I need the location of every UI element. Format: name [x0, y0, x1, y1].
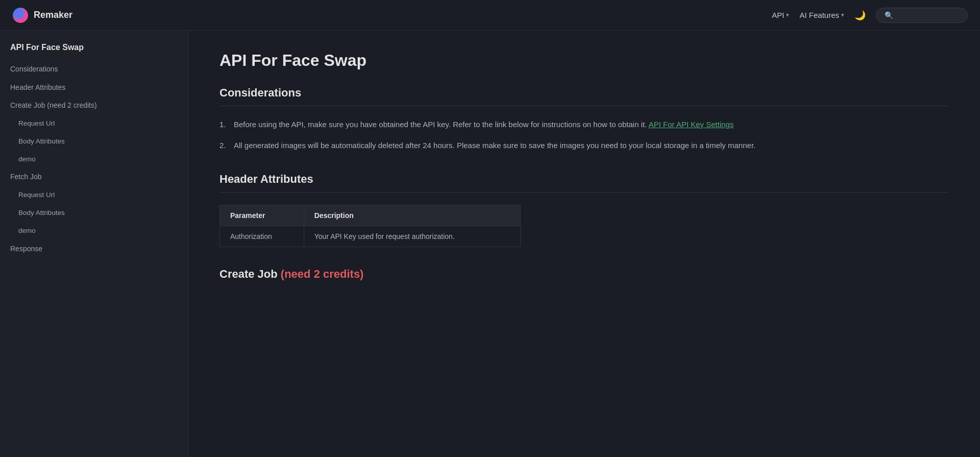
brand-name: Remaker — [34, 10, 72, 20]
sidebar-item-create-body-attributes[interactable]: Body Attributes — [0, 133, 188, 151]
sidebar-item-fetch-job[interactable]: Fetch Job — [0, 168, 188, 186]
sidebar-item-fetch-body-attributes[interactable]: Body Attributes — [0, 204, 188, 222]
sidebar-item-fetch-request-url[interactable]: Request Url — [0, 186, 188, 204]
header-attributes-divider — [219, 192, 949, 193]
table-cell-parameter: Authorization — [220, 226, 304, 247]
api-nav-link[interactable]: API ▾ — [772, 11, 789, 19]
page-container: API For Face Swap Considerations Header … — [0, 31, 980, 457]
sidebar-item-considerations[interactable]: Considerations — [0, 60, 188, 79]
consideration-item-2: 2. All generated images will be automati… — [219, 139, 949, 152]
consideration-item-1: 1. Before using the API, make sure you h… — [219, 118, 949, 131]
considerations-list: 1. Before using the API, make sure you h… — [219, 118, 949, 152]
sidebar-item-create-job[interactable]: Create Job (need 2 credits) — [0, 97, 188, 115]
sidebar-item-create-request-url[interactable]: Request Url — [0, 115, 188, 133]
dark-mode-toggle[interactable]: 🌙 — [854, 10, 866, 21]
logo-icon — [12, 7, 29, 23]
search-icon: 🔍 — [885, 11, 893, 19]
search-input[interactable] — [897, 11, 959, 19]
sidebar-item-header-attributes[interactable]: Header Attributes — [0, 79, 188, 97]
svg-point-0 — [13, 8, 28, 23]
header-attributes-table: Parameter Description Authorization Your… — [219, 205, 521, 247]
navbar-right: API ▾ AI Features ▾ 🌙 🔍 — [772, 8, 968, 23]
create-job-credits: (need 2 credits) — [281, 268, 364, 280]
ai-features-chevron-icon: ▾ — [841, 12, 844, 18]
create-job-section: Create Job (need 2 credits) — [219, 268, 949, 281]
sidebar-item-fetch-demo[interactable]: demo — [0, 222, 188, 240]
main-content: API For Face Swap Considerations 1. Befo… — [189, 31, 980, 457]
sidebar: API For Face Swap Considerations Header … — [0, 31, 189, 457]
sidebar-item-create-demo[interactable]: demo — [0, 151, 188, 169]
sidebar-item-response[interactable]: Response — [0, 240, 188, 258]
page-title: API For Face Swap — [219, 51, 949, 70]
ai-features-nav-link[interactable]: AI Features ▾ — [799, 11, 844, 19]
api-chevron-icon: ▾ — [786, 12, 789, 18]
considerations-divider — [219, 106, 949, 106]
navbar-left: Remaker — [12, 7, 72, 23]
sidebar-title: API For Face Swap — [0, 43, 188, 60]
header-attributes-title: Header Attributes — [219, 173, 949, 186]
search-bar[interactable]: 🔍 — [876, 8, 968, 23]
navbar: Remaker API ▾ AI Features ▾ 🌙 🔍 — [0, 0, 980, 31]
header-attributes-section: Header Attributes Parameter Description … — [219, 173, 949, 247]
considerations-title: Considerations — [219, 86, 949, 100]
considerations-section: Considerations 1. Before using the API, … — [219, 86, 949, 152]
table-header-parameter: Parameter — [220, 205, 304, 226]
table-cell-description: Your API Key used for request authorizat… — [304, 226, 520, 247]
table-header-description: Description — [304, 205, 520, 226]
table-row: Authorization Your API Key used for requ… — [220, 226, 521, 247]
create-job-title: Create Job (need 2 credits) — [219, 268, 949, 281]
api-key-settings-link[interactable]: API For API Key Settings — [649, 120, 734, 129]
table-header-row: Parameter Description — [220, 205, 521, 226]
